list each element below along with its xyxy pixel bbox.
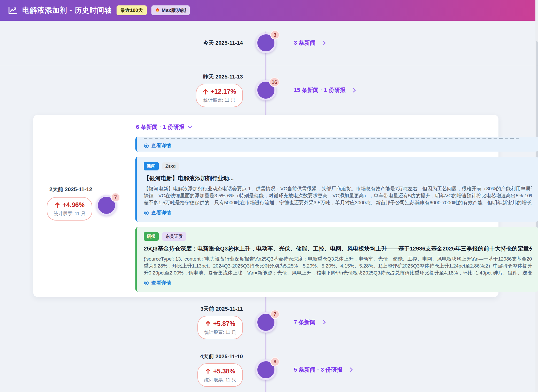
news-card-body: 【银河电新】电解液添加剂行业动态电话会要点 1、供需情况：VC当前供需很紧，头部…	[144, 185, 532, 206]
chevron-right-icon	[350, 367, 353, 372]
expanded-day-panel: 2天前 2025-11-12 +4.96% 统计股票: 11 只 7 6 条新闻…	[33, 115, 498, 297]
timeline-node[interactable]: 3	[256, 33, 276, 53]
chevron-down-icon	[188, 126, 192, 129]
timeline-node[interactable]: 7	[256, 312, 276, 333]
timeline-row-4-days-ago: 4天前 2025-11-10 +5.38% 统计股票: 11 只 8 5 条新	[0, 347, 538, 392]
timeline-row-yesterday: 昨天 2025-11-13 +12.17% 统计股票: 11 只 16 15	[0, 65, 538, 115]
chevron-right-icon	[353, 88, 356, 93]
change-percent: +5.38%	[213, 367, 235, 375]
news-card-title: 【银河电新】电解液添加剂行业动...	[144, 175, 532, 182]
arrow-up-icon	[55, 202, 60, 208]
chevron-right-icon	[323, 320, 326, 325]
change-percent: +5.87%	[213, 320, 235, 327]
eye-icon	[144, 143, 149, 148]
count-badge: 7	[270, 310, 280, 319]
date-label: 2天前 2025-11-12	[33, 186, 108, 193]
report-card-body: {'sourceType': 13, 'content': '电力设备行业深度报…	[144, 255, 532, 276]
view-detail-link[interactable]: 查看详情	[144, 209, 171, 216]
arrow-up-icon	[205, 320, 211, 327]
arrow-up-icon	[205, 368, 211, 374]
timeline-node[interactable]: 7	[96, 195, 117, 216]
report-card-title: 25Q3基金持仓深度：电新重仓Q3总体上升，电动车、光伏、储能、工控、电网、风电…	[144, 245, 532, 253]
timeline: 今天 2025-11-14 3 3 条新闻 昨天 2025-11-13	[0, 21, 538, 392]
flame-icon	[155, 7, 160, 13]
date-label: 今天 2025-11-14	[203, 39, 243, 46]
change-stat-pill: +12.17% 统计股票: 11 只	[196, 84, 243, 107]
app-header: 电解液添加剂 - 历史时间轴 最近100天 Max版功能	[0, 0, 538, 21]
report-card: 研报 东吴证券 25Q3基金持仓深度：电新重仓Q3总体上升，电动车、光伏、储能、…	[135, 227, 538, 292]
view-detail-label: 查看详情	[151, 280, 171, 286]
report-source-badge: 东吴证券	[162, 232, 186, 241]
card-body-line: {'sourceType': 13, 'content': '电力设备行业深度报…	[144, 255, 532, 262]
news-count-link[interactable]: 15 条新闻 · 1 份研报	[294, 86, 356, 94]
count-badge: 7	[111, 193, 120, 202]
news-count-label: 5 条新闻 · 3 份研报	[294, 366, 342, 374]
count-badge: 3	[270, 30, 280, 40]
plan-badge-label: Max版功能	[162, 7, 186, 14]
change-percent: +4.96%	[63, 201, 85, 209]
expanded-summary-toggle[interactable]: 6 条新闻 · 1 份研报	[136, 123, 192, 131]
stocks-count: 统计股票: 11 只	[204, 377, 236, 383]
timeline-row-3-days-ago: 3天前 2025-11-11 +5.87% 统计股票: 11 只 7 7 条新	[0, 297, 538, 347]
view-detail-link[interactable]: 查看详情	[144, 142, 532, 149]
count-badge: 16	[269, 77, 280, 87]
expanded-day-content: 6 条新闻 · 1 份研报 查看详情	[135, 115, 538, 297]
timeline-node[interactable]: 8	[256, 359, 276, 380]
expanded-day-meta: 2天前 2025-11-12 +4.96% 统计股票: 11 只 7	[33, 115, 135, 297]
timeline-node[interactable]: 16	[256, 80, 276, 100]
timeline-app: 电解液添加剂 - 历史时间轴 最近100天 Max版功能 今天 2025-11-…	[0, 0, 538, 392]
range-filter-badge[interactable]: 最近100天	[117, 5, 147, 15]
news-count-label: 3 条新闻	[294, 39, 316, 47]
date-label: 3天前 2025-11-11	[200, 305, 243, 312]
count-badge: 8	[270, 357, 280, 366]
news-count-label: 7 条新闻	[294, 318, 316, 326]
card-body-line: 铁锂，VC在铁锂里面的添加量是3.5%-6%（特别是储能，对循环充放电次数要求更…	[144, 192, 532, 199]
card-body-line: 差不多1.5万吨是给宁德保供的，只有5000吨在市场进行流通，宁德也还要外采3.…	[144, 199, 532, 206]
arrow-up-icon	[203, 89, 208, 95]
day-cards-list: 查看详情 新闻 Zsxq 【银河电新】电解液添加剂行业动... 【银河电新】电解…	[135, 137, 538, 292]
news-type-badge: 新闻	[144, 162, 159, 170]
chevron-right-icon	[323, 41, 326, 45]
card-body-line: 【银河电新】电解液添加剂行业动态电话会要点 1、供需情况：VC当前供需很紧，头部…	[144, 185, 532, 192]
eye-icon	[144, 210, 149, 216]
change-percent: +12.17%	[211, 88, 236, 95]
news-count-link[interactable]: 3 条新闻	[294, 39, 326, 47]
trend-chart-icon	[8, 5, 18, 15]
clipped-text-remnant	[144, 138, 520, 139]
report-type-badge: 研报	[144, 232, 159, 241]
expanded-summary-label: 6 条新闻 · 1 份研报	[136, 123, 185, 131]
view-detail-label: 查看详情	[151, 142, 171, 149]
change-stat-pill: +5.38% 统计股票: 11 只	[197, 363, 243, 387]
timeline-row-today: 今天 2025-11-14 3 3 条新闻	[0, 21, 538, 65]
view-detail-label: 查看详情	[151, 209, 171, 216]
eye-icon	[144, 280, 149, 286]
stocks-count: 统计股票: 11 只	[53, 210, 86, 217]
news-source-badge: Zsxq	[162, 162, 179, 170]
news-count-label: 15 条新闻 · 1 份研报	[294, 86, 345, 94]
date-label: 昨天 2025-11-13	[203, 73, 243, 80]
plan-badge: Max版功能	[151, 5, 190, 15]
change-stat-pill: +5.87% 统计股票: 11 只	[197, 316, 243, 339]
change-stat-pill: +4.96% 统计股票: 11 只	[47, 197, 92, 221]
page-title: 电解液添加剂 - 历史时间轴	[22, 5, 112, 15]
news-count-link[interactable]: 5 条新闻 · 3 份研报	[294, 366, 353, 374]
date-label: 4天前 2025-11-10	[200, 353, 243, 360]
news-card: 新闻 Zsxq 【银河电新】电解液添加剂行业动... 【银河电新】电解液添加剂行…	[135, 157, 538, 222]
stocks-count: 统计股票: 11 只	[203, 97, 235, 104]
news-count-link[interactable]: 7 条新闻	[294, 318, 326, 326]
card-body-line: 升0.29pct至2.00%，钠电池、复合集流体上涨。\r\n■新能源：光伏、风…	[144, 269, 532, 276]
news-card-clipped[interactable]: 查看详情	[135, 137, 538, 152]
stocks-count: 统计股票: 11 只	[204, 329, 236, 336]
card-body-line: 重为5.28%，环比上升1.13pct。2024Q3-2025Q3持仓比例分别为…	[144, 262, 532, 269]
view-detail-link[interactable]: 查看详情	[144, 280, 171, 286]
